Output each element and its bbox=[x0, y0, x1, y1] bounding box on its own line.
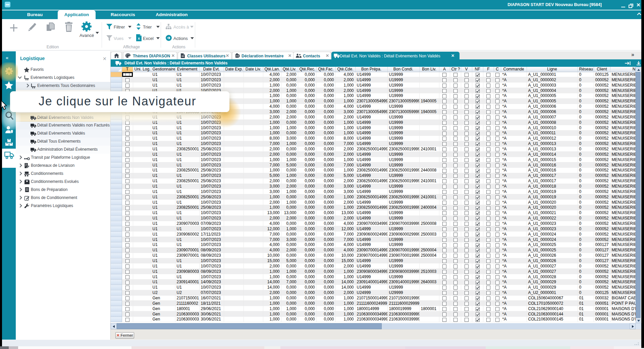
svg-text:x: x bbox=[138, 36, 140, 40]
